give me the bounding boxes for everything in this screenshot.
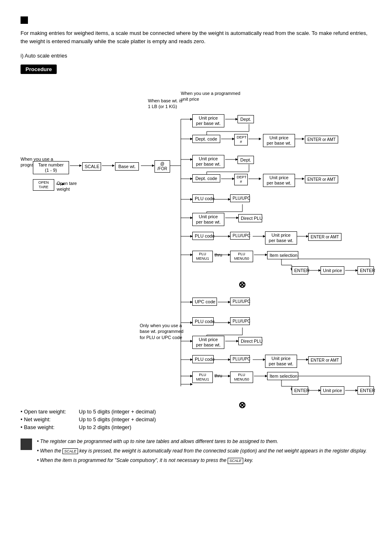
box-plu-menu1-2: PLUMENU1 <box>192 372 213 383</box>
box-plu-code-3: PLU code <box>192 317 214 325</box>
diagram-area: When you use aprogrammed tare no. When b… <box>21 78 374 399</box>
box-base-wt: Base wt. <box>115 162 139 171</box>
box-dept-code-2: Dept. code <box>192 174 220 182</box>
box-unit-price-8: Unit priceper base wt. <box>192 336 224 349</box>
box-dept-hash-2: DEPT# <box>234 174 248 185</box>
label-open-tare: Open tareweight <box>57 180 77 192</box>
box-tare-number: Tare number(1 - 9) <box>33 161 69 174</box>
box-enter-1: ENTER <box>292 266 308 275</box>
box-dept-hash-1: DEPT# <box>234 134 248 145</box>
box-unit-price-10: Unit price <box>321 386 344 395</box>
box-pluupc-5: PLU/UPC <box>230 355 250 363</box>
box-unit-price-4: Unit priceper base wt. <box>263 174 295 187</box>
box-direct-plu-1: Direct PLU <box>238 214 262 222</box>
note-open-tare-value: Up to 5 digits (integer + decimal) <box>79 409 156 415</box>
note-block: • The register can be programmed with up… <box>21 438 371 466</box>
box-enter-amt-2: ENTER or AMT <box>305 175 338 183</box>
note-net-value: Up to 5 digits (integer + decimal) <box>79 416 156 422</box>
box-unit-price-9: Unit priceper base wt. <box>265 355 297 368</box>
box-unit-price-1: Unit priceper base wt. <box>192 114 224 127</box>
box-pluupc-1: PLU/UPC <box>230 194 250 202</box>
box-plu-code-4: PLU code <box>192 355 214 363</box>
box-open-tare-key: OPENTARE <box>33 179 54 191</box>
box-item-selection-1: Item selection <box>267 251 298 259</box>
box-pluupc-3: PLU/UPC <box>230 298 250 305</box>
note-text-3: • When the item is programmed for "Scale… <box>37 457 367 464</box>
label-thru-1: thru <box>214 252 222 258</box>
box-enter-2: ENTER <box>357 266 374 275</box>
section-title: i) Auto scale entries <box>21 53 371 59</box>
box-direct-plu-2: Direct PLU <box>238 337 262 345</box>
procedure-badge: Procedure <box>21 65 57 74</box>
note-base-weight: • Base weight: Up to 2 digits (integer) <box>21 424 371 430</box>
note-text-2: • When the SCALE key is pressed, the wei… <box>37 447 367 455</box>
top-black-square <box>21 16 28 24</box>
box-unit-price-5: Unit priceper base wt. <box>192 213 224 226</box>
label-only-base: Only when you use abase wt. programmedfo… <box>140 323 185 340</box>
box-upc-code-1: UPC code <box>192 298 217 306</box>
note-block-content: • The register can be programmed with up… <box>37 438 367 466</box>
x-symbol-2: ⊗ <box>238 400 246 411</box>
box-at-for: @/FOR <box>154 160 170 173</box>
note-base-value: Up to 2 digits (integer) <box>79 424 131 430</box>
box-plu-menu1: PLUMENU1 <box>192 251 213 262</box>
box-pluupc-2: PLU/UPC <box>230 232 250 240</box>
note-base-label: Base weight: <box>24 424 77 430</box>
box-dept-1: Dept. <box>238 115 254 123</box>
box-plu-menu50: PLUMENU50 <box>230 251 253 262</box>
note-text-1: • The register can be programmed with up… <box>37 438 367 446</box>
box-unit-price-6: Unit priceper base wt. <box>265 231 297 245</box>
box-enter-amt-4: ENTER or AMT <box>308 356 341 364</box>
box-dept-2: Dept. <box>238 156 254 164</box>
box-plu-menu50-2: PLUMENU50 <box>230 372 253 383</box>
box-item-selection-2: Item selection <box>267 372 298 380</box>
box-unit-price-3: Unit priceper base wt. <box>192 155 224 168</box>
x-symbol-1: ⊗ <box>238 279 246 290</box>
box-plu-code-1: PLU code <box>192 194 214 203</box>
intro-paragraph: For making entries for weighed items, a … <box>21 29 371 45</box>
box-scale: SCALE <box>82 162 101 171</box>
note-net-weight: • Net weight: Up to 5 digits (integer + … <box>21 416 371 422</box>
note-net-label: Net weight: <box>24 416 77 422</box>
box-enter-4: ENTER <box>357 386 374 395</box>
note-block-square <box>21 439 32 450</box>
box-unit-price-2b: Unit priceper base wt. <box>263 134 295 147</box>
label-programmed-unit: When you use a programmedunit price <box>181 90 247 102</box>
box-enter-amt-3: ENTER or AMT <box>308 233 341 241</box>
notes-section: • Open tare weight: Up to 5 digits (inte… <box>21 409 371 430</box>
box-plu-code-2: PLU code <box>192 232 214 240</box>
box-unit-price-7: Unit price <box>321 266 344 275</box>
box-enter-3: ENTER <box>292 386 308 395</box>
note-open-tare-label: Open tare weight: <box>24 409 77 415</box>
box-enter-amt-1: ENTER or AMT <box>305 136 338 143</box>
note-open-tare: • Open tare weight: Up to 5 digits (inte… <box>21 409 371 415</box>
label-thru-2: thru <box>214 373 222 379</box>
box-pluupc-4: PLU/UPC <box>230 317 250 325</box>
box-dept-code-1: Dept. code <box>192 135 220 143</box>
